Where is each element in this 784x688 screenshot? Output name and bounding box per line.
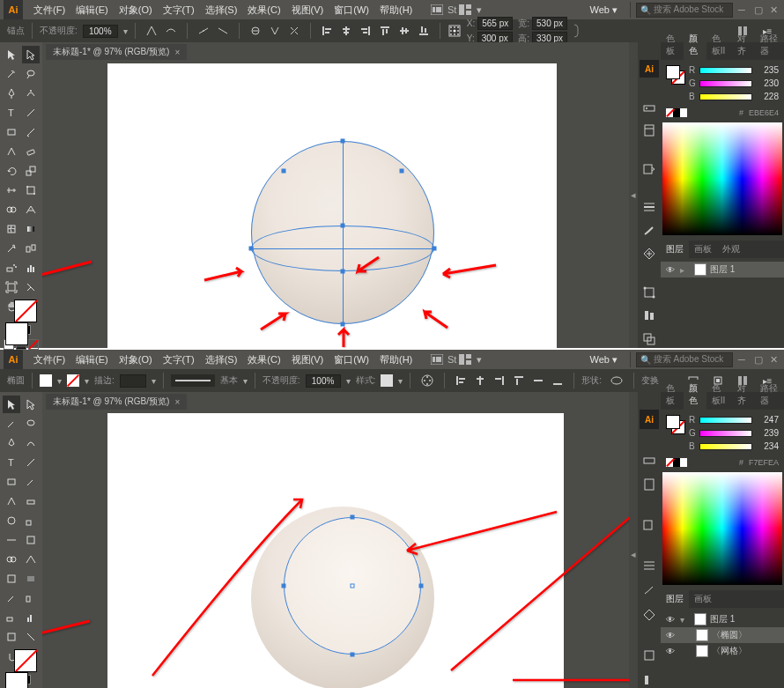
anchor-handle[interactable] — [419, 584, 424, 588]
menu-help[interactable]: 帮助(H) — [374, 353, 418, 366]
b-slider[interactable] — [699, 93, 752, 100]
window-min-icon[interactable]: ─ — [738, 4, 749, 15]
connect-path-icon[interactable] — [266, 22, 284, 40]
align-left-icon[interactable] — [318, 22, 336, 40]
layer-row[interactable]: 👁▾图层 1 — [661, 611, 784, 627]
dock-properties-icon[interactable] — [640, 450, 659, 470]
bridge-icon[interactable] — [430, 3, 444, 17]
fill-swatch[interactable] — [40, 374, 52, 387]
blend-tool[interactable] — [22, 240, 40, 257]
none-black-white-icon[interactable] — [666, 458, 687, 467]
document-tab[interactable]: 未标题-1* @ 97% (RGB/预览)× — [46, 44, 187, 60]
eyedropper-tool[interactable] — [3, 240, 20, 257]
panel-collapse-slider[interactable]: ◂ — [629, 392, 638, 688]
anchor-handle[interactable] — [433, 247, 437, 251]
expand-icon[interactable]: ▾ — [680, 615, 691, 625]
dock-stroke-icon[interactable] — [640, 198, 659, 216]
artboard-tool[interactable] — [3, 278, 20, 296]
dock-pathfinder-icon[interactable] — [640, 330, 659, 348]
menu-select[interactable]: 选择(S) — [200, 4, 243, 17]
window-close-icon[interactable]: ✕ — [770, 354, 780, 365]
mesh-tool[interactable] — [3, 220, 20, 238]
remove-anchor-icon[interactable] — [247, 22, 264, 40]
handle1-icon[interactable] — [195, 22, 212, 40]
stock-search[interactable]: 🔍 搜索 Adobe Stock — [636, 3, 733, 18]
shaper-tool[interactable] — [3, 492, 20, 510]
eyedropper-tool[interactable] — [3, 589, 20, 607]
menu-type[interactable]: 文字(T) — [158, 4, 200, 17]
close-tab-icon[interactable]: × — [174, 48, 180, 57]
tab-color[interactable]: 颜色 — [684, 380, 706, 410]
graph-tool[interactable] — [22, 609, 40, 626]
spectrum-picker[interactable] — [662, 122, 782, 235]
eraser-tool[interactable] — [22, 143, 40, 160]
tab-appearance[interactable]: 外观 — [717, 240, 745, 258]
arrange-dropdown-icon[interactable]: ▾ — [472, 3, 486, 17]
b-slider[interactable] — [699, 443, 752, 450]
panel-fill-stroke[interactable] — [666, 415, 685, 434]
eraser-tool[interactable] — [22, 492, 40, 510]
window-min-icon[interactable]: ─ — [738, 354, 749, 365]
free-transform-tool[interactable] — [22, 531, 40, 549]
rotate-tool[interactable] — [3, 512, 20, 529]
stroke-weight[interactable] — [120, 374, 146, 388]
layer-name[interactable]: 〈椭圆〉 — [712, 629, 747, 641]
g-slider[interactable] — [699, 430, 752, 437]
anchor-handle[interactable] — [400, 169, 404, 174]
width-tool[interactable] — [3, 181, 20, 199]
lasso-tool[interactable] — [22, 65, 40, 83]
dock-align-icon[interactable] — [640, 307, 659, 324]
dock-export-icon[interactable] — [640, 515, 659, 535]
stock-search[interactable]: 🔍 搜索 Adobe Stock — [636, 352, 733, 367]
menu-object[interactable]: 对象(O) — [114, 4, 158, 17]
pen-tool[interactable] — [3, 85, 20, 102]
align-bottom-icon[interactable] — [549, 372, 566, 389]
window-max-icon[interactable]: ▢ — [754, 354, 765, 365]
gradient-tool[interactable] — [22, 220, 40, 238]
menu-effect[interactable]: 效果(C) — [242, 4, 285, 17]
dock-transform-icon[interactable] — [640, 646, 659, 665]
fill-swatch[interactable] — [5, 672, 28, 688]
none-black-white-icon[interactable] — [666, 108, 687, 117]
menu-view[interactable]: 视图(V) — [286, 353, 329, 366]
anchor-handle[interactable] — [351, 653, 355, 657]
w-value[interactable]: 530 px — [532, 17, 567, 30]
b-value[interactable]: 228 — [756, 92, 779, 101]
tab-pathfinder[interactable]: 路径器 — [755, 30, 784, 60]
stroke-swatch[interactable] — [67, 374, 79, 387]
curvature-tool[interactable] — [22, 85, 40, 102]
stock-icon[interactable]: St — [444, 352, 458, 366]
menu-effect[interactable]: 效果(C) — [242, 353, 285, 366]
transform-ref-icon[interactable] — [447, 24, 462, 38]
opacity-value[interactable]: 100% — [306, 374, 341, 388]
magic-wand-tool[interactable] — [3, 415, 20, 433]
workspace-switcher[interactable]: Web ▾ — [583, 353, 625, 366]
graph-tool[interactable] — [22, 259, 40, 277]
style-swatch[interactable] — [381, 374, 393, 387]
x-value[interactable]: 565 px — [477, 17, 513, 30]
tab-swatch[interactable]: 色板 — [661, 380, 684, 410]
stroke-swatch[interactable] — [14, 300, 37, 322]
mesh-tool[interactable] — [3, 570, 20, 588]
dock-export-icon[interactable] — [640, 160, 659, 178]
align-top-icon[interactable] — [376, 22, 394, 40]
document-tab[interactable]: 未标题-1* @ 97% (RGB/预览)× — [46, 394, 187, 410]
anchor-handle[interactable] — [282, 169, 286, 174]
align-right-icon[interactable] — [491, 372, 508, 389]
perspective-tool[interactable] — [22, 201, 40, 218]
slice-tool[interactable] — [22, 628, 40, 646]
tab-swatch2[interactable]: 色板II — [706, 380, 733, 410]
direct-selection-tool[interactable] — [22, 46, 40, 63]
panel-fill-stroke[interactable] — [666, 65, 685, 85]
menu-window[interactable]: 窗口(W) — [329, 4, 374, 17]
line-tool[interactable] — [22, 454, 40, 471]
dock-brushes-icon[interactable] — [640, 222, 659, 240]
layer-row[interactable]: 👁〈网格〉 — [661, 643, 784, 659]
line-tool[interactable] — [22, 104, 40, 122]
shape-prop-icon[interactable] — [607, 371, 626, 390]
curvature-tool[interactable] — [22, 434, 40, 452]
stroke-profile[interactable] — [171, 374, 215, 387]
free-transform-tool[interactable] — [22, 181, 40, 199]
visibility-icon[interactable]: 👁 — [664, 645, 677, 657]
g-value[interactable]: 239 — [756, 428, 779, 438]
